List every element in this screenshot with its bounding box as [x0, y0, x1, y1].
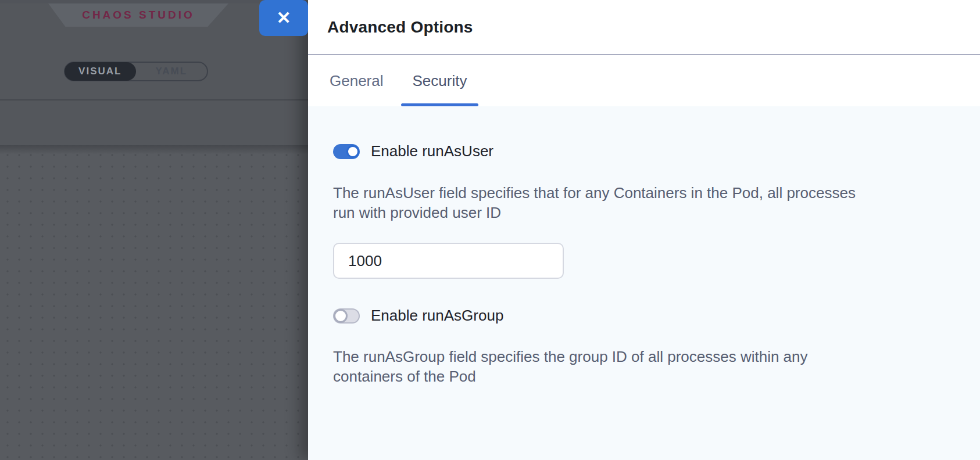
tab-bar: General Security: [308, 55, 980, 106]
run-as-group-toggle[interactable]: [333, 308, 360, 324]
brand-banner: CHAOS STUDIO: [48, 3, 228, 27]
run-as-user-row: Enable runAsUser: [333, 142, 945, 160]
visual-mode-tab[interactable]: VISUAL: [65, 62, 136, 81]
dotted-canvas: [0, 145, 308, 460]
run-as-user-input[interactable]: [333, 243, 564, 279]
tab-security[interactable]: Security: [401, 55, 479, 106]
canvas-stage-scrim: CHAOS STUDIO VISUAL YAML: [0, 0, 308, 460]
toggle-knob: [334, 309, 348, 323]
advanced-options-panel: Advanced Options General Security Enable…: [308, 0, 980, 460]
run-as-user-description: The runAsUser field specifies that for a…: [333, 183, 945, 222]
run-as-group-description: The runAsGroup field specifies the group…: [333, 347, 945, 386]
run-as-group-row: Enable runAsGroup: [333, 307, 945, 325]
panel-header: Advanced Options: [308, 0, 980, 55]
brand-title: CHAOS STUDIO: [82, 9, 195, 21]
panel-title: Advanced Options: [327, 18, 473, 37]
view-mode-switch[interactable]: VISUAL YAML: [64, 62, 208, 81]
tab-general[interactable]: General: [318, 55, 395, 106]
security-tab-content: Enable runAsUser The runAsUser field spe…: [308, 106, 980, 460]
close-panel-button[interactable]: ✕: [259, 0, 308, 36]
run-as-user-label: Enable runAsUser: [371, 142, 493, 160]
close-icon: ✕: [276, 9, 291, 27]
tab-security-label: Security: [413, 72, 467, 90]
run-as-group-label: Enable runAsGroup: [371, 307, 503, 325]
run-as-user-toggle[interactable]: [333, 144, 360, 159]
yaml-mode-tab[interactable]: YAML: [136, 63, 208, 80]
toggle-knob: [346, 145, 359, 158]
stage-divider: [0, 99, 308, 100]
active-tab-indicator: [401, 103, 479, 106]
